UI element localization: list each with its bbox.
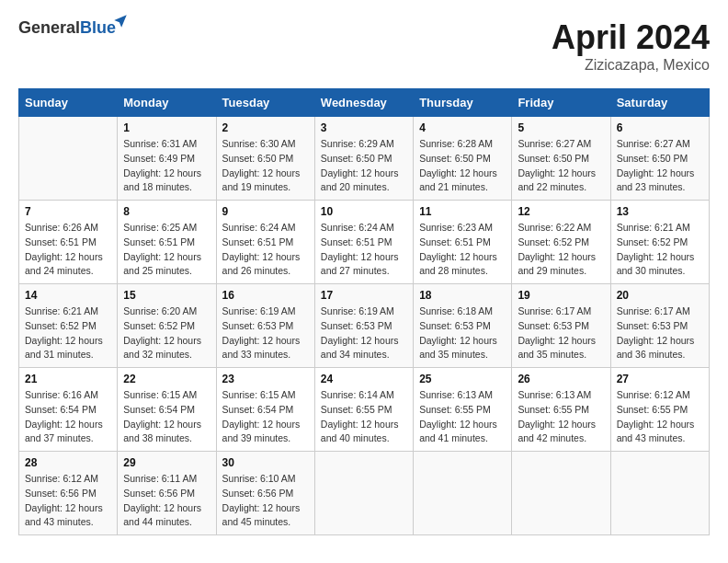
day-info: Sunrise: 6:27 AMSunset: 6:50 PMDaylight:… [518,137,604,195]
calendar-cell: 13Sunrise: 6:21 AMSunset: 6:52 PMDayligh… [610,201,709,284]
day-number: 12 [518,205,604,218]
calendar-cell: 22Sunrise: 6:15 AMSunset: 6:54 PMDayligh… [118,368,216,452]
calendar-cell: 11Sunrise: 6:23 AMSunset: 6:51 PMDayligh… [414,201,512,284]
day-info: Sunrise: 6:24 AMSunset: 6:51 PMDaylight:… [321,221,407,279]
calendar-cell: 3Sunrise: 6:29 AMSunset: 6:50 PMDaylight… [314,117,413,201]
calendar-cell: 1Sunrise: 6:31 AMSunset: 6:49 PMDaylight… [118,117,216,201]
calendar-table: SundayMondayTuesdayWednesdayThursdayFrid… [18,88,710,535]
day-number: 28 [25,456,111,469]
calendar-cell: 18Sunrise: 6:18 AMSunset: 6:53 PMDayligh… [414,284,512,368]
day-number: 30 [222,456,309,469]
calendar-cell: 4Sunrise: 6:28 AMSunset: 6:50 PMDaylight… [414,117,512,201]
day-info: Sunrise: 6:29 AMSunset: 6:50 PMDaylight:… [321,137,407,195]
logo-text-general: General [18,18,80,37]
weekday-header-row: SundayMondayTuesdayWednesdayThursdayFrid… [19,89,710,117]
day-info: Sunrise: 6:19 AMSunset: 6:53 PMDaylight:… [222,304,309,362]
day-number: 23 [222,373,309,385]
calendar-week-row: 14Sunrise: 6:21 AMSunset: 6:52 PMDayligh… [19,284,710,368]
day-number: 29 [123,456,210,469]
day-number: 10 [321,205,407,218]
calendar-cell: 26Sunrise: 6:13 AMSunset: 6:55 PMDayligh… [512,368,610,452]
calendar-week-row: 1Sunrise: 6:31 AMSunset: 6:49 PMDaylight… [19,117,710,201]
day-info: Sunrise: 6:19 AMSunset: 6:53 PMDaylight:… [321,304,407,362]
day-number: 18 [419,289,506,302]
calendar-cell: 10Sunrise: 6:24 AMSunset: 6:51 PMDayligh… [314,201,413,284]
calendar-cell: 30Sunrise: 6:10 AMSunset: 6:56 PMDayligh… [216,452,314,535]
calendar-cell: 6Sunrise: 6:27 AMSunset: 6:50 PMDaylight… [610,117,709,201]
day-number: 14 [25,289,111,302]
day-info: Sunrise: 6:13 AMSunset: 6:55 PMDaylight:… [518,388,604,446]
calendar-week-row: 28Sunrise: 6:12 AMSunset: 6:56 PMDayligh… [19,452,710,535]
calendar-cell: 25Sunrise: 6:13 AMSunset: 6:55 PMDayligh… [414,368,512,452]
day-info: Sunrise: 6:28 AMSunset: 6:50 PMDaylight:… [419,137,506,195]
month-title: April 2024 [552,18,710,57]
day-info: Sunrise: 6:12 AMSunset: 6:55 PMDaylight:… [617,388,703,446]
day-info: Sunrise: 6:17 AMSunset: 6:53 PMDaylight:… [518,304,604,362]
day-number: 26 [518,373,604,385]
day-number: 5 [518,121,604,134]
day-info: Sunrise: 6:11 AMSunset: 6:56 PMDaylight:… [123,472,210,530]
day-number: 4 [419,121,506,134]
calendar-cell [610,452,709,535]
day-info: Sunrise: 6:25 AMSunset: 6:51 PMDaylight:… [123,221,210,279]
day-info: Sunrise: 6:26 AMSunset: 6:51 PMDaylight:… [25,221,111,279]
calendar-cell [414,452,512,535]
calendar-cell: 20Sunrise: 6:17 AMSunset: 6:53 PMDayligh… [610,284,709,368]
calendar-cell [512,452,610,535]
day-info: Sunrise: 6:23 AMSunset: 6:51 PMDaylight:… [419,221,506,279]
calendar-cell: 14Sunrise: 6:21 AMSunset: 6:52 PMDayligh… [19,284,118,368]
title-block: April 2024 Zizicazapa, Mexico [552,18,710,74]
page-header: GeneralBlue April 2024 Zizicazapa, Mexic… [18,18,710,74]
day-number: 7 [25,205,111,218]
weekday-header-wednesday: Wednesday [314,89,413,117]
weekday-header-saturday: Saturday [610,89,709,117]
weekday-header-monday: Monday [118,89,216,117]
day-info: Sunrise: 6:17 AMSunset: 6:53 PMDaylight:… [617,304,703,362]
calendar-cell: 9Sunrise: 6:24 AMSunset: 6:51 PMDaylight… [216,201,314,284]
day-number: 1 [123,121,210,134]
day-number: 22 [123,373,210,385]
day-info: Sunrise: 6:13 AMSunset: 6:55 PMDaylight:… [419,388,506,446]
logo: GeneralBlue [18,18,116,38]
logo-bird-icon [112,13,129,32]
calendar-cell: 29Sunrise: 6:11 AMSunset: 6:56 PMDayligh… [118,452,216,535]
day-info: Sunrise: 6:22 AMSunset: 6:52 PMDaylight:… [518,221,604,279]
calendar-cell: 15Sunrise: 6:20 AMSunset: 6:52 PMDayligh… [118,284,216,368]
day-number: 24 [321,373,407,385]
day-info: Sunrise: 6:20 AMSunset: 6:52 PMDaylight:… [123,304,210,362]
day-number: 20 [617,289,703,302]
calendar-cell: 23Sunrise: 6:15 AMSunset: 6:54 PMDayligh… [216,368,314,452]
calendar-cell: 17Sunrise: 6:19 AMSunset: 6:53 PMDayligh… [314,284,413,368]
day-number: 8 [123,205,210,218]
logo-text-blue: Blue [80,18,116,37]
calendar-cell [314,452,413,535]
calendar-cell: 2Sunrise: 6:30 AMSunset: 6:50 PMDaylight… [216,117,314,201]
day-info: Sunrise: 6:14 AMSunset: 6:55 PMDaylight:… [321,388,407,446]
day-number: 16 [222,289,309,302]
day-number: 15 [123,289,210,302]
calendar-cell: 19Sunrise: 6:17 AMSunset: 6:53 PMDayligh… [512,284,610,368]
calendar-cell: 21Sunrise: 6:16 AMSunset: 6:54 PMDayligh… [19,368,118,452]
day-info: Sunrise: 6:27 AMSunset: 6:50 PMDaylight:… [617,137,703,195]
day-info: Sunrise: 6:10 AMSunset: 6:56 PMDaylight:… [222,472,309,530]
day-number: 11 [419,205,506,218]
calendar-week-row: 21Sunrise: 6:16 AMSunset: 6:54 PMDayligh… [19,368,710,452]
day-info: Sunrise: 6:18 AMSunset: 6:53 PMDaylight:… [419,304,506,362]
location: Zizicazapa, Mexico [552,57,710,74]
day-number: 25 [419,373,506,385]
day-info: Sunrise: 6:12 AMSunset: 6:56 PMDaylight:… [25,472,111,530]
day-info: Sunrise: 6:15 AMSunset: 6:54 PMDaylight:… [222,388,309,446]
day-info: Sunrise: 6:21 AMSunset: 6:52 PMDaylight:… [25,304,111,362]
day-number: 19 [518,289,604,302]
day-info: Sunrise: 6:31 AMSunset: 6:49 PMDaylight:… [123,137,210,195]
calendar-cell [19,117,118,201]
day-number: 2 [222,121,309,134]
calendar-cell: 28Sunrise: 6:12 AMSunset: 6:56 PMDayligh… [19,452,118,535]
calendar-cell: 12Sunrise: 6:22 AMSunset: 6:52 PMDayligh… [512,201,610,284]
weekday-header-tuesday: Tuesday [216,89,314,117]
day-info: Sunrise: 6:21 AMSunset: 6:52 PMDaylight:… [617,221,703,279]
day-info: Sunrise: 6:30 AMSunset: 6:50 PMDaylight:… [222,137,309,195]
day-info: Sunrise: 6:24 AMSunset: 6:51 PMDaylight:… [222,221,309,279]
calendar-cell: 24Sunrise: 6:14 AMSunset: 6:55 PMDayligh… [314,368,413,452]
day-info: Sunrise: 6:16 AMSunset: 6:54 PMDaylight:… [25,388,111,446]
